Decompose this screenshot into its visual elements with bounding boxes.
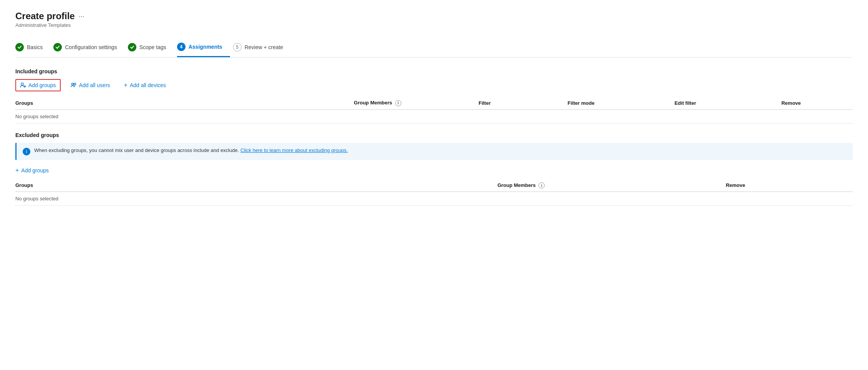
step-label-basics: Basics: [27, 44, 43, 50]
wizard-navigation: Basics Configuration settings Scope tags…: [15, 39, 853, 58]
step-label-review: Review + create: [245, 44, 283, 50]
add-all-devices-icon: +: [124, 82, 128, 89]
step-label-assignments: Assignments: [189, 44, 222, 50]
page-title: Create profile: [15, 11, 75, 21]
info-banner-text: When excluding groups, you cannot mix us…: [34, 147, 348, 153]
title-ellipsis: ···: [79, 12, 84, 20]
wizard-step-scopetags[interactable]: Scope tags: [128, 39, 174, 57]
step-num-icon-review: 5: [233, 43, 242, 51]
step-num-icon-assignments: 4: [177, 43, 186, 51]
included-groups-section: Included groups Add groups Add all users: [15, 68, 853, 124]
col-header-members-included: Group Members i: [354, 97, 479, 109]
add-all-devices-button[interactable]: + Add all devices: [120, 79, 170, 91]
col-header-remove-included: Remove: [781, 97, 853, 109]
col-header-remove-excluded: Remove: [726, 179, 853, 192]
add-groups-button-included[interactable]: Add groups: [15, 79, 61, 91]
add-all-users-label: Add all users: [79, 82, 110, 88]
add-groups-label-included: Add groups: [28, 82, 56, 88]
add-all-users-icon: [71, 82, 77, 88]
wizard-step-assignments[interactable]: 4 Assignments: [177, 39, 230, 57]
step-label-scopetags: Scope tags: [139, 44, 166, 50]
excluded-groups-empty-row: No groups selected: [15, 192, 853, 206]
col-header-editfilter-included: Edit filter: [674, 97, 781, 109]
wizard-step-review[interactable]: 5 Review + create: [233, 39, 291, 57]
col-header-filtermode-included: Filter mode: [568, 97, 674, 109]
add-groups-plus-icon: +: [15, 167, 19, 174]
excluded-groups-empty-message: No groups selected: [15, 192, 853, 206]
add-groups-button-excluded[interactable]: + Add groups: [15, 167, 49, 174]
info-banner-icon: i: [23, 148, 30, 155]
add-all-users-button[interactable]: Add all users: [67, 80, 114, 91]
col-header-groups-excluded: Groups: [15, 179, 497, 192]
excluded-groups-table: Groups Group Members i Remove No groups …: [15, 179, 853, 206]
step-label-configuration: Configuration settings: [65, 44, 117, 50]
svg-point-3: [71, 83, 73, 85]
col-header-filter-included: Filter: [479, 97, 568, 109]
add-groups-label-excluded: Add groups: [21, 167, 49, 173]
included-groups-title: Included groups: [15, 68, 853, 74]
page-subtitle: Administrative Templates: [15, 22, 853, 28]
info-banner-link[interactable]: Click here to learn more about excluding…: [240, 147, 348, 153]
step-check-icon-basics: [15, 43, 24, 51]
col-header-members-excluded: Group Members i: [497, 179, 726, 192]
step-check-icon-configuration: [53, 43, 62, 51]
included-groups-action-bar: Add groups Add all users + Add all devic…: [15, 79, 853, 91]
included-groups-empty-message: No groups selected: [15, 109, 853, 123]
page-header: Create profile ··· Administrative Templa…: [15, 11, 853, 28]
svg-point-4: [74, 83, 76, 85]
included-groups-table-header: Groups Group Members i Filter Filter mod…: [15, 97, 853, 109]
excluded-groups-table-header: Groups Group Members i Remove: [15, 179, 853, 192]
excluded-groups-info-banner: i When excluding groups, you cannot mix …: [15, 143, 853, 160]
add-groups-icon: [20, 82, 26, 88]
excluded-groups-section: Excluded groups i When excluding groups,…: [15, 132, 853, 206]
wizard-step-basics[interactable]: Basics: [15, 39, 50, 57]
members-info-icon-excluded[interactable]: i: [538, 182, 545, 188]
wizard-step-configuration[interactable]: Configuration settings: [53, 39, 124, 57]
add-all-devices-label: Add all devices: [130, 82, 166, 88]
step-check-icon-scopetags: [128, 43, 136, 51]
col-header-groups-included: Groups: [15, 97, 354, 109]
excluded-groups-title: Excluded groups: [15, 132, 853, 138]
included-groups-table: Groups Group Members i Filter Filter mod…: [15, 97, 853, 124]
svg-point-0: [21, 83, 23, 85]
included-groups-empty-row: No groups selected: [15, 109, 853, 123]
members-info-icon-included[interactable]: i: [395, 100, 401, 106]
